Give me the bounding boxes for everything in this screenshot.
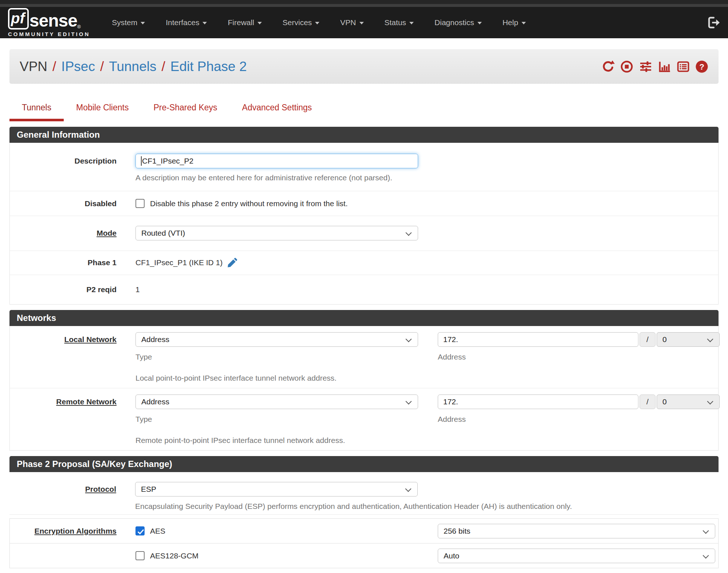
- p2reqid-value: 1: [135, 284, 718, 295]
- tab-mobile-clients[interactable]: Mobile Clients: [64, 103, 141, 121]
- phase1-row: Phase 1 CF1_IPsec_P1 (IKE ID 1): [10, 251, 718, 275]
- chevron-down-icon: [315, 22, 319, 24]
- breadcrumb-separator: /: [100, 59, 104, 74]
- remote-network-row: Remote Network Address Type Remote point…: [10, 388, 718, 450]
- tab-advanced-settings[interactable]: Advanced Settings: [230, 103, 324, 121]
- algorithm-row-aes: Encryption Algorithms AES 256 bits: [10, 519, 718, 543]
- local-mask-select[interactable]: 0: [657, 332, 720, 347]
- panel-title: Phase 2 Proposal (SA/Key Exchange): [9, 456, 719, 472]
- sliders-icon[interactable]: [639, 60, 653, 73]
- text-cursor: [141, 156, 142, 166]
- main-menu: System Interfaces Firewall Services VPN …: [112, 18, 707, 27]
- menu-system[interactable]: System: [112, 18, 145, 27]
- remote-mask-select[interactable]: 0: [657, 395, 720, 409]
- aes128gcm-checkbox[interactable]: [135, 551, 145, 560]
- aes-bits-select[interactable]: 256 bits: [438, 524, 715, 538]
- menu-diagnostics[interactable]: Diagnostics: [434, 18, 482, 27]
- menu-help[interactable]: Help: [503, 18, 526, 27]
- logo-sense: sense: [29, 12, 77, 30]
- protocol-row: Protocol ESP Encapsulating Security Payl…: [9, 472, 719, 515]
- breadcrumb-separator: /: [52, 59, 56, 74]
- menu-vpn[interactable]: VPN: [340, 18, 363, 27]
- bar-chart-icon[interactable]: [658, 60, 671, 73]
- help-icon[interactable]: ?: [695, 60, 708, 73]
- encryption-algorithms-table: Encryption Algorithms AES 256 bits AES12…: [9, 518, 719, 568]
- local-network-label: Local Network: [10, 332, 135, 382]
- type-help: Type: [135, 353, 418, 361]
- stop-circle-icon[interactable]: [620, 60, 633, 73]
- pencil-icon[interactable]: [227, 257, 238, 268]
- slash-addon: /: [640, 395, 656, 409]
- remote-address-input[interactable]: 172.: [438, 395, 638, 409]
- chevron-down-icon: [202, 22, 207, 24]
- type-help: Type: [135, 415, 418, 424]
- algorithm-row-aes128gcm: AES128-GCM Auto: [10, 543, 718, 568]
- breadcrumb-link-tunnels[interactable]: Tunnels: [109, 59, 156, 74]
- mode-select[interactable]: Routed (VTI): [135, 226, 418, 240]
- svg-text:?: ?: [699, 62, 704, 71]
- chevron-down-icon: [477, 22, 482, 24]
- address-help: Address: [438, 415, 720, 424]
- local-address-input[interactable]: 172.: [438, 332, 638, 347]
- page-action-icons: ?: [602, 60, 708, 73]
- protocol-select[interactable]: ESP: [135, 482, 418, 497]
- description-help: A description may be entered here for ad…: [135, 173, 718, 182]
- protocol-label: Protocol: [9, 482, 135, 511]
- chevron-down-icon: [522, 22, 526, 24]
- tab-pre-shared-keys[interactable]: Pre-Shared Keys: [141, 103, 229, 121]
- aes128gcm-bits-select[interactable]: Auto: [438, 549, 715, 563]
- breadcrumb-panel: VPN / IPsec / Tunnels / Edit Phase 2: [9, 49, 719, 84]
- logo-registered-mark: ®: [77, 24, 81, 30]
- encryption-algorithms-label: Encryption Algorithms: [10, 526, 135, 535]
- phase2-proposal-panel: Phase 2 Proposal (SA/Key Exchange) Proto…: [9, 456, 719, 568]
- navbar-top-edge: [0, 0, 728, 4]
- list-alt-icon[interactable]: [677, 60, 690, 73]
- remote-network-label: Remote Network: [10, 395, 135, 445]
- menu-firewall[interactable]: Firewall: [228, 18, 261, 27]
- breadcrumb-separator: /: [161, 59, 165, 74]
- tab-tunnels[interactable]: Tunnels: [9, 103, 64, 121]
- pfsense-logo[interactable]: pf sense ® COMMUNITY EDITION: [8, 8, 90, 37]
- breadcrumb-link-edit-phase2[interactable]: Edit Phase 2: [170, 59, 247, 74]
- networks-panel: Networks Local Network Address Type Loca…: [9, 310, 719, 451]
- phase1-value: CF1_IPsec_P1 (IKE ID 1): [135, 257, 223, 268]
- disabled-text: Disable this phase 2 entry without remov…: [150, 199, 348, 208]
- p2reqid-label: P2 reqid: [10, 284, 135, 295]
- panel-title: Networks: [9, 310, 719, 326]
- disabled-checkbox[interactable]: [135, 199, 145, 208]
- chevron-down-icon: [409, 22, 414, 24]
- breadcrumb: VPN / IPsec / Tunnels / Edit Phase 2: [20, 59, 247, 74]
- top-navbar: pf sense ® COMMUNITY EDITION System Inte…: [0, 0, 728, 38]
- menu-interfaces[interactable]: Interfaces: [166, 18, 207, 27]
- address-help: Address: [438, 353, 720, 361]
- sign-out-icon[interactable]: [707, 16, 720, 29]
- general-information-panel: General Information Description CF1_IPse…: [9, 127, 719, 305]
- local-network-row: Local Network Address Type Local point-t…: [10, 326, 718, 388]
- remote-network-help: Remote point-to-point IPsec interface tu…: [135, 436, 418, 445]
- p2reqid-row: P2 reqid 1: [10, 275, 718, 304]
- breadcrumb-link-ipsec[interactable]: IPsec: [61, 59, 95, 74]
- menu-services[interactable]: Services: [283, 18, 320, 27]
- disabled-label: Disabled: [10, 199, 135, 208]
- slash-addon: /: [640, 332, 656, 347]
- algorithm-name: AES: [150, 527, 165, 535]
- local-network-help: Local point-to-point IPsec interface tun…: [135, 374, 418, 382]
- menu-status[interactable]: Status: [385, 18, 414, 27]
- local-network-type-select[interactable]: Address: [135, 332, 418, 347]
- page-tabs: Tunnels Mobile Clients Pre-Shared Keys A…: [9, 103, 719, 121]
- aes-checkbox[interactable]: [135, 526, 145, 535]
- protocol-help: Encapsulating Security Payload (ESP) per…: [135, 502, 719, 511]
- disabled-row: Disabled Disable this phase 2 entry with…: [10, 191, 718, 216]
- remote-network-type-select[interactable]: Address: [135, 395, 418, 409]
- description-input[interactable]: CF1_IPsec_P2: [135, 154, 418, 168]
- refresh-icon[interactable]: [602, 60, 615, 73]
- mode-label: Mode: [10, 226, 135, 240]
- algorithm-name: AES128-GCM: [150, 552, 198, 560]
- description-label: Description: [10, 154, 135, 182]
- panel-title: General Information: [9, 127, 719, 143]
- phase1-label: Phase 1: [10, 257, 135, 268]
- chevron-down-icon: [359, 22, 364, 24]
- chevron-down-icon: [141, 22, 145, 24]
- navbar-top-strip: [0, 4, 728, 7]
- breadcrumb-vpn: VPN: [20, 59, 47, 74]
